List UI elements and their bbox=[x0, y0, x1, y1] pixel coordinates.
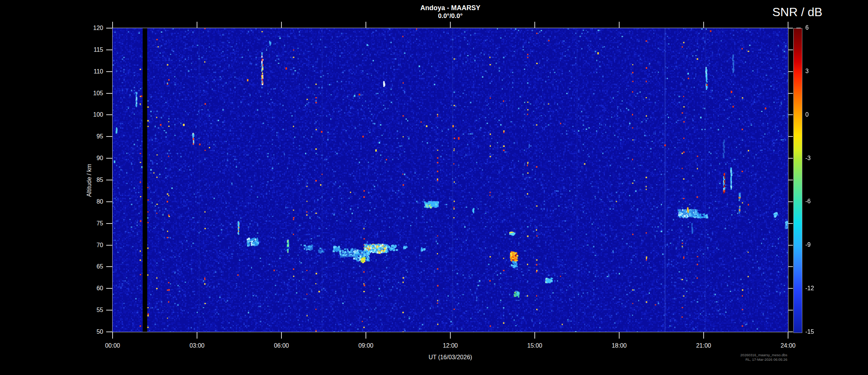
y-tick-label: 85 bbox=[80, 177, 103, 183]
x-tick-mark-top bbox=[788, 22, 788, 28]
x-tick-mark bbox=[197, 332, 197, 339]
colorbar-tick-label: -12 bbox=[805, 285, 814, 292]
plot-title: Andoya - MAARSY bbox=[113, 4, 788, 12]
x-tick-label: 00:00 bbox=[98, 342, 128, 349]
y-tick-mark bbox=[106, 50, 113, 50]
x-tick-mark-top bbox=[112, 22, 113, 28]
y-tick-label: 70 bbox=[80, 242, 103, 249]
y-tick-label: 80 bbox=[80, 198, 103, 205]
x-tick-mark-top bbox=[534, 22, 535, 28]
x-tick-mark bbox=[619, 332, 620, 339]
x-tick-mark bbox=[281, 332, 282, 339]
colorbar bbox=[793, 28, 802, 333]
y-tick-mark-right bbox=[788, 245, 793, 246]
y-tick-mark bbox=[106, 266, 113, 267]
y-tick-mark-right bbox=[788, 288, 793, 289]
footer-timestamp: RL, 17-Mar-2026 06:05:26 bbox=[740, 357, 787, 362]
y-tick-mark bbox=[106, 158, 113, 159]
y-tick-mark bbox=[106, 201, 113, 202]
x-tick-label: 03:00 bbox=[182, 342, 212, 349]
x-tick-mark bbox=[703, 332, 704, 339]
y-tick-label: 65 bbox=[80, 263, 103, 270]
colorbar-tick-label: -15 bbox=[805, 328, 814, 335]
y-tick-mark bbox=[106, 93, 113, 94]
footer-filename: 20260316_maarsy_meso.dbs bbox=[740, 353, 787, 357]
y-tick-mark-right bbox=[788, 180, 793, 180]
y-tick-label: 100 bbox=[80, 111, 103, 118]
plot-footer: 20260316_maarsy_meso.dbs RL, 17-Mar-2026… bbox=[740, 353, 787, 362]
x-tick-mark bbox=[534, 332, 535, 339]
y-tick-label: 120 bbox=[80, 25, 103, 32]
y-tick-label: 90 bbox=[80, 155, 103, 162]
y-tick-mark-right bbox=[788, 310, 793, 310]
x-tick-mark-top bbox=[197, 22, 197, 28]
y-tick-label: 75 bbox=[80, 220, 103, 227]
y-tick-mark-right bbox=[788, 332, 793, 332]
y-tick-mark bbox=[106, 114, 113, 115]
colorbar-tick-label: -6 bbox=[805, 198, 811, 205]
x-axis-label: UT (16/03/2026) bbox=[113, 354, 788, 361]
plot-subtitle: 0.0°/0.0° bbox=[113, 12, 788, 20]
x-tick-mark-top bbox=[703, 22, 704, 28]
colorbar-tick-label: 0 bbox=[805, 111, 809, 118]
y-tick-mark-right bbox=[788, 201, 793, 202]
x-tick-mark bbox=[112, 332, 113, 339]
x-tick-mark bbox=[450, 332, 451, 339]
y-tick-mark bbox=[106, 223, 113, 224]
colorbar-tick-label: 6 bbox=[805, 24, 809, 31]
y-tick-mark-right bbox=[788, 71, 793, 72]
colorbar-tick-label: -3 bbox=[805, 155, 811, 162]
y-tick-mark bbox=[106, 28, 113, 28]
y-tick-mark-right bbox=[788, 114, 793, 115]
y-tick-label: 55 bbox=[80, 307, 103, 314]
y-tick-mark bbox=[106, 136, 113, 137]
y-tick-label: 105 bbox=[80, 90, 103, 97]
y-tick-mark bbox=[106, 332, 113, 332]
y-tick-mark-right bbox=[788, 266, 793, 267]
x-tick-mark bbox=[788, 332, 788, 339]
x-tick-mark-top bbox=[281, 22, 282, 28]
y-tick-mark bbox=[106, 245, 113, 246]
y-tick-label: 50 bbox=[80, 328, 103, 335]
x-tick-mark-top bbox=[366, 22, 366, 28]
colorbar-tick-label: 3 bbox=[805, 68, 809, 75]
heatmap-canvas bbox=[113, 28, 788, 332]
x-tick-mark bbox=[366, 332, 366, 339]
colorbar-tick-label: -9 bbox=[805, 242, 811, 248]
y-tick-mark bbox=[106, 71, 113, 72]
y-tick-mark-right bbox=[788, 223, 793, 224]
y-tick-mark-right bbox=[788, 28, 793, 28]
x-tick-label: 18:00 bbox=[604, 342, 634, 349]
y-tick-mark bbox=[106, 310, 113, 310]
y-tick-label: 95 bbox=[80, 133, 103, 140]
y-tick-mark-right bbox=[788, 136, 793, 137]
y-tick-mark-right bbox=[788, 93, 793, 94]
x-tick-label: 09:00 bbox=[351, 342, 381, 349]
y-tick-label: 110 bbox=[80, 68, 103, 75]
x-tick-label: 24:00 bbox=[773, 342, 803, 349]
colorbar-title: SNR / dB bbox=[772, 5, 822, 19]
y-tick-mark bbox=[106, 288, 113, 289]
y-tick-mark bbox=[106, 180, 113, 180]
y-tick-mark-right bbox=[788, 50, 793, 50]
y-tick-mark-right bbox=[788, 158, 793, 159]
x-tick-label: 15:00 bbox=[520, 342, 550, 349]
maarsy-snr-radar-plot: Andoya - MAARSY 0.0°/0.0° SNR / dB Altit… bbox=[0, 0, 868, 375]
x-tick-label: 21:00 bbox=[689, 342, 719, 349]
x-tick-label: 06:00 bbox=[266, 342, 296, 349]
x-tick-label: 12:00 bbox=[435, 342, 465, 349]
x-tick-mark-top bbox=[619, 22, 620, 28]
y-tick-label: 60 bbox=[80, 285, 103, 292]
y-tick-label: 115 bbox=[80, 46, 103, 53]
x-tick-mark-top bbox=[450, 22, 451, 28]
